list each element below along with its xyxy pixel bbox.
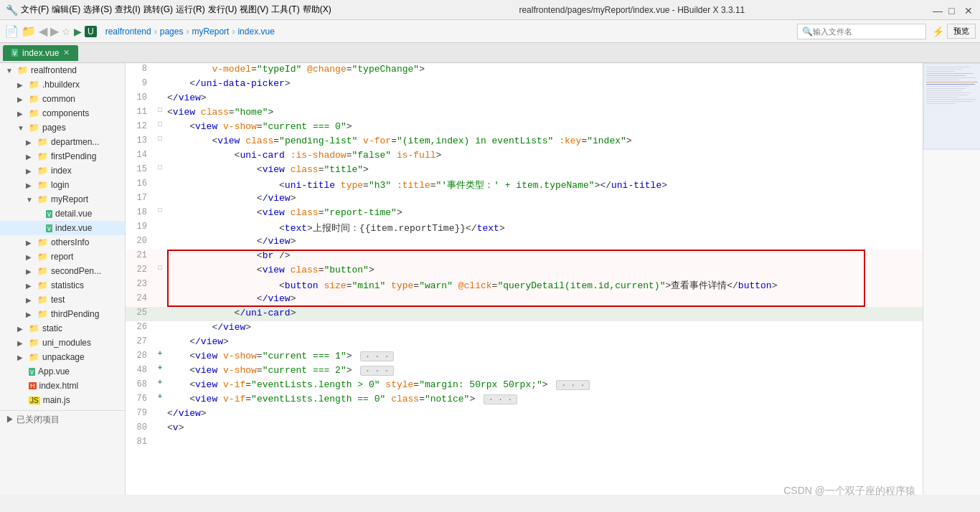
sidebar-item-app-vue[interactable]: ▶ v App.vue	[0, 364, 125, 379]
toolbar-run[interactable]: ▶	[74, 26, 82, 37]
collapsed-indicator[interactable]: · · ·	[484, 394, 517, 404]
toolbar-hbuilder[interactable]: U	[85, 26, 97, 37]
sidebar-item-components[interactable]: ▶ 📁 components	[0, 106, 125, 120]
sidebar-item-secondpen[interactable]: ▶ 📁 secondPen...	[0, 264, 125, 278]
collapse-btn-15[interactable]: □	[158, 163, 162, 171]
maximize-button[interactable]: □	[948, 5, 958, 15]
sidebar-item-static[interactable]: ▶ 📁 static	[0, 321, 125, 336]
collapse-btn-11[interactable]: □	[158, 106, 162, 114]
menu-run[interactable]: 运行(R)	[176, 4, 205, 16]
sidebar-item-uni-modules[interactable]: ▶ 📁 uni_modules	[0, 336, 125, 350]
toolbar-new[interactable]: 📄	[4, 24, 19, 38]
sidebar-item-index-vue[interactable]: ▶ v index.vue	[0, 221, 125, 235]
sidebar-item-myreport[interactable]: ▼ 📁 myReport	[0, 192, 125, 207]
menu-tools[interactable]: 工具(T)	[271, 4, 299, 16]
sidebar-item-statistics[interactable]: ▶ 📁 statistics	[0, 278, 125, 293]
sidebar-item-index[interactable]: ▶ 📁 index	[0, 163, 125, 178]
file-search-input[interactable]	[813, 27, 921, 36]
toolbar-back[interactable]: ◀	[39, 24, 47, 38]
code-editor[interactable]: 8 v-model="typeId" @change="typeChange">…	[126, 63, 923, 495]
line-content	[167, 436, 923, 437]
toolbar-open[interactable]: 📁	[22, 24, 36, 38]
menu-select[interactable]: 选择(S)	[83, 4, 112, 16]
folder-icon: 📁	[37, 309, 48, 319]
title-bar-controls: — □ ✕	[933, 5, 974, 15]
code-line-81: 81	[126, 436, 923, 450]
sidebar-item-hbuilderx[interactable]: ▶ 📁 .hbuilderx	[0, 77, 125, 92]
collapse-btn-12[interactable]: □	[158, 120, 162, 128]
line-number: 27	[126, 336, 153, 346]
collapse-btn-68[interactable]: +	[158, 379, 162, 387]
editor-area[interactable]: 8 v-model="typeId" @change="typeChange">…	[126, 63, 923, 495]
line-number: 28	[126, 350, 153, 361]
folder-icon: 📁	[37, 266, 48, 276]
collapse-btn-48[interactable]: +	[158, 364, 162, 372]
line-number: 11	[126, 106, 153, 117]
menu-file[interactable]: 文件(F)	[21, 4, 49, 16]
highlighted-block: 21 <br /> 22 □ <view class="button">	[126, 250, 923, 307]
sidebar-item-unpackage[interactable]: ▶ 📁 unpackage	[0, 350, 125, 364]
line-number: 17	[126, 192, 153, 203]
breadcrumb-item-root[interactable]: realfrontend	[105, 27, 151, 37]
menu-find[interactable]: 查找(I)	[115, 4, 140, 16]
line-gutter: □	[153, 163, 167, 171]
collapse-btn-13[interactable]: □	[158, 135, 162, 143]
menu-edit[interactable]: 编辑(E)	[52, 4, 80, 16]
sidebar-item-index-html[interactable]: ▶ H index.html	[0, 379, 125, 393]
sidebar-item-common[interactable]: ▶ 📁 common	[0, 92, 125, 106]
line-content: </uni-card>	[167, 307, 923, 319]
file-search-box[interactable]: 🔍	[797, 24, 926, 39]
sidebar-item-main-js[interactable]: ▶ JS main.js	[0, 393, 125, 407]
line-content: v-model="typeId" @change="typeChange">	[167, 63, 923, 75]
breadcrumb-item-pages[interactable]: pages	[160, 27, 184, 37]
line-content: <view class="title">	[167, 163, 923, 176]
sidebar-item-login[interactable]: ▶ 📁 login	[0, 178, 125, 192]
collapse-btn-22[interactable]: □	[158, 264, 162, 272]
sidebar-item-firstpending[interactable]: ▶ 📁 firstPending	[0, 149, 125, 163]
folder-icon: 📁	[37, 180, 48, 190]
tab-index-vue[interactable]: v index.vue ✕	[3, 45, 78, 61]
collapsed-indicator[interactable]: · · ·	[556, 380, 590, 390]
menu-help[interactable]: 帮助(X)	[303, 4, 331, 16]
collapse-btn-28[interactable]: +	[158, 350, 162, 358]
line-content: <view class="pending-list" v-for="(item,…	[167, 135, 923, 147]
close-button[interactable]: ✕	[964, 5, 974, 15]
menu-view[interactable]: 视图(V)	[240, 4, 268, 16]
vue-file-icon: v	[29, 368, 35, 376]
toolbar-forward[interactable]: ▶	[50, 24, 59, 38]
breadcrumb-sep2: ›	[186, 27, 189, 37]
collapse-btn-76[interactable]: +	[158, 393, 162, 401]
collapsed-indicator[interactable]: · · ·	[360, 351, 394, 361]
app-icon: 🔧	[6, 4, 18, 16]
tab-bar: v index.vue ✕	[0, 43, 980, 63]
sidebar-label: unpackage	[42, 352, 85, 362]
sidebar-item-thirdpending[interactable]: ▶ 📁 thirdPending	[0, 307, 125, 321]
sidebar-item-departmen[interactable]: ▶ 📁 departmen...	[0, 135, 125, 149]
minimize-button[interactable]: —	[933, 5, 943, 15]
line-number: 12	[126, 120, 153, 131]
breadcrumb-item-myreport[interactable]: myReport	[192, 27, 229, 37]
sidebar-item-othersinfo[interactable]: ▶ 📁 othersInfo	[0, 235, 125, 250]
line-content: </view>	[167, 235, 923, 247]
collapse-btn-18[interactable]: □	[158, 207, 162, 214]
line-gutter: □	[153, 120, 167, 128]
tab-close-icon[interactable]: ✕	[63, 48, 70, 57]
sidebar-item-detail-vue[interactable]: ▶ v detail.vue	[0, 207, 125, 221]
line-content: </view>	[167, 192, 923, 204]
sidebar-label: index	[51, 166, 72, 176]
filter-icon[interactable]: ⚡	[932, 26, 944, 37]
code-line-11: 11 □ <view class="home">	[126, 106, 923, 120]
sidebar-item-root[interactable]: ▼ 📁 realfrontend	[0, 63, 125, 77]
collapsed-indicator[interactable]: · · ·	[360, 366, 394, 376]
sidebar-item-test[interactable]: ▶ 📁 test	[0, 293, 125, 307]
menu-jump[interactable]: 跳转(G)	[143, 4, 173, 16]
sidebar-item-pages[interactable]: ▼ 📁 pages	[0, 120, 125, 135]
menu-publish[interactable]: 发行(U)	[208, 4, 237, 16]
preview-button[interactable]: 预览	[947, 24, 976, 39]
breadcrumb-item-file[interactable]: index.vue	[237, 27, 274, 37]
toolbar-bookmark[interactable]: ☆	[62, 26, 71, 37]
code-line-22: 22 □ <view class="button">	[126, 264, 923, 278]
expand-icon: ▶	[17, 325, 26, 333]
sidebar-item-report[interactable]: ▶ 📁 report	[0, 250, 125, 264]
expand-icon: ▶	[26, 310, 34, 318]
